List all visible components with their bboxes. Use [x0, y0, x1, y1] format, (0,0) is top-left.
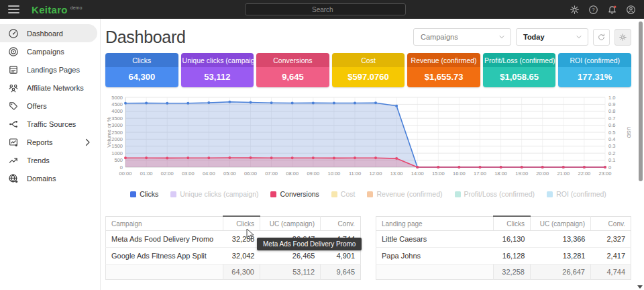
page-scrollbar[interactable]: [637, 19, 644, 290]
column-header-uc-campaign-[interactable]: UC (campaign): [260, 216, 321, 231]
legend-label: Conversions: [280, 190, 319, 198]
table-row[interactable]: Papa Johns16,12813,2812,417: [376, 248, 631, 264]
refresh-button[interactable]: [593, 29, 610, 46]
menu-icon[interactable]: [8, 5, 19, 13]
column-header-clicks[interactable]: Clicks: [494, 216, 531, 231]
row-value-cell[interactable]: 16,128: [494, 248, 531, 264]
svg-text:5000: 5000: [111, 95, 123, 101]
legend-label: Unique clicks (campaign): [180, 190, 258, 198]
svg-text:16:00: 16:00: [453, 171, 466, 177]
metric-card-value: $597.0760: [332, 67, 405, 87]
svg-text:07:00: 07:00: [265, 171, 278, 177]
sidebar-item-dashboard[interactable]: Dashboard: [0, 24, 97, 42]
chart-canvas: 00:0001:0002:0003:0004:0005:0006:0007:00…: [105, 92, 631, 182]
metric-card-label: Unique clicks (campaign): [181, 53, 254, 67]
svg-text:11:00: 11:00: [349, 171, 361, 177]
sidebar-item-offers[interactable]: Offers: [0, 97, 100, 115]
row-tooltip: Meta Ads Food Delivery Promo: [257, 238, 362, 250]
metric-card-label: Profit/Loss (confirmed): [483, 53, 556, 67]
row-value-cell[interactable]: 2,417: [591, 248, 631, 264]
sidebar-item-label: Landings Pages: [27, 66, 80, 74]
svg-text:1500: 1500: [111, 143, 123, 149]
row-name-cell[interactable]: Google Ads Fitness App Split: [106, 248, 223, 264]
row-value-cell[interactable]: 32,042: [223, 248, 260, 264]
legend-item-cost[interactable]: Cost: [331, 190, 356, 198]
svg-text:19:00: 19:00: [515, 171, 528, 177]
metric-card-conversions: Conversions9,645: [256, 53, 329, 87]
legend-swatch: [170, 191, 176, 197]
row-name-cell[interactable]: Papa Johns: [376, 248, 494, 264]
svg-text:2000: 2000: [111, 136, 123, 142]
column-header-campaign[interactable]: Campaign: [106, 216, 223, 231]
sidebar-item-label: Campaigns: [27, 48, 64, 56]
legend-swatch: [455, 191, 461, 197]
metric-card-value: 9,645: [256, 67, 329, 87]
sidebar-item-reports[interactable]: Reports: [0, 133, 100, 151]
metric-card-unique-clicks-campaign-: Unique clicks (campaign)53,112: [181, 53, 254, 87]
legend-item-revenue-confirmed-[interactable]: Revenue (confirmed): [367, 190, 442, 198]
notifications-bell-icon[interactable]: [607, 5, 617, 15]
date-range-select[interactable]: Today: [516, 28, 588, 46]
totals-cell: 4,744: [591, 264, 631, 280]
column-header-uc-campaign-[interactable]: UC (campaign): [531, 216, 591, 231]
gauge-icon: [8, 28, 19, 39]
sidebar-item-traffic-sources[interactable]: Traffic Sources: [0, 115, 100, 133]
sidebar-item-label: Trends: [27, 156, 50, 164]
row-name-cell[interactable]: Little Caesars: [376, 231, 494, 248]
dashboard-settings-button[interactable]: [614, 29, 631, 46]
tag-icon: [8, 101, 19, 111]
row-value-cell[interactable]: 13,281: [531, 248, 591, 264]
row-value-cell[interactable]: 16,130: [494, 231, 531, 248]
row-name-cell[interactable]: Meta Ads Food Delivery Promo: [106, 231, 223, 248]
svg-text:0.3: 0.3: [608, 143, 615, 149]
sidebar-item-campaigns[interactable]: Campaigns: [0, 42, 100, 60]
legend-label: Clicks: [140, 190, 158, 198]
scrollbar-down-arrow[interactable]: [637, 285, 643, 289]
column-header-landing-page[interactable]: Landing page: [376, 216, 494, 231]
sidebar-item-label: Domains: [27, 175, 56, 183]
legend-item-unique-clicks-campaign-[interactable]: Unique clicks (campaign): [170, 190, 258, 198]
legend-label: Profit/Loss (confirmed): [464, 190, 535, 198]
metric-card-label: Conversions: [256, 53, 329, 67]
chevron-down-icon: [576, 34, 582, 40]
svg-text:06:00: 06:00: [244, 171, 257, 177]
sidebar-item-domains[interactable]: Domains: [0, 169, 100, 187]
row-value-cell[interactable]: 2,327: [591, 231, 631, 248]
legend-item-conversions[interactable]: Conversions: [270, 190, 319, 198]
search-icon: [250, 0, 308, 38]
column-header-conv-[interactable]: Conv.: [591, 216, 631, 231]
legend-item-clicks[interactable]: Clicks: [130, 190, 158, 198]
row-value-cell[interactable]: 13,366: [531, 231, 591, 248]
svg-text:3000: 3000: [111, 122, 123, 128]
legend-item-roi-confirmed-[interactable]: ROI (confirmed): [547, 190, 606, 198]
sidebar-item-landings-pages[interactable]: Landings Pages: [0, 60, 100, 79]
totals-cell: [106, 264, 223, 280]
sidebar-item-affiliate-networks[interactable]: Affiliate Networks: [0, 79, 100, 97]
table-row[interactable]: Little Caesars16,13013,3662,327: [376, 231, 631, 248]
svg-text:?: ?: [592, 7, 595, 13]
sidebar-item-label: Affiliate Networks: [27, 84, 84, 92]
landing-pages-report: Landing pageClicksUC (campaign)Conv.Litt…: [376, 215, 631, 280]
campaigns-filter-select[interactable]: Campaigns: [413, 28, 511, 46]
svg-text:20:00: 20:00: [536, 171, 549, 177]
traffic-chart: 00:0001:0002:0003:0004:0005:0006:0007:00…: [105, 92, 631, 185]
scrollbar-thumb[interactable]: [639, 21, 643, 181]
help-icon[interactable]: ?: [588, 5, 598, 15]
mouse-cursor: [246, 228, 256, 240]
svg-text:2500: 2500: [111, 130, 123, 136]
legend-swatch: [270, 191, 276, 197]
svg-text:12:00: 12:00: [370, 171, 382, 177]
svg-text:13:00: 13:00: [390, 171, 403, 177]
totals-cell: 64,300: [223, 264, 260, 280]
metric-card-value: 53,112: [181, 67, 254, 87]
brand-logo[interactable]: Keitaro demo: [32, 5, 82, 15]
legend-swatch: [547, 191, 553, 197]
column-header-conv-[interactable]: Conv.: [321, 216, 361, 231]
settings-icon[interactable]: [570, 5, 580, 15]
user-account-icon[interactable]: [626, 5, 636, 15]
search-input[interactable]: [312, 6, 400, 13]
legend-item-profit-loss-confirmed-[interactable]: Profit/Loss (confirmed): [455, 190, 535, 198]
sidebar-item-trends[interactable]: Trends: [0, 151, 100, 169]
svg-text:0.8: 0.8: [608, 108, 615, 114]
svg-text:00:00: 00:00: [119, 171, 132, 177]
